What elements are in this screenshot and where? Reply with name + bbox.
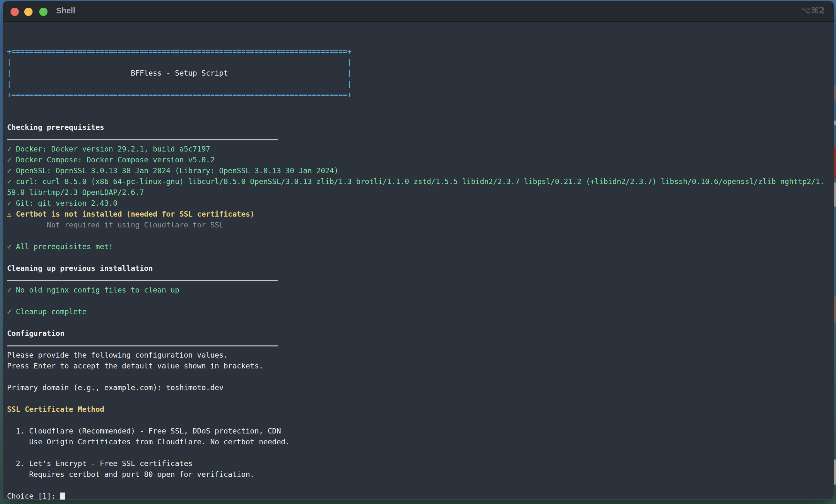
tab-shortcut-label: ⌥⌘2 — [801, 1, 825, 21]
section-heading-cleanup: Cleaning up previous installation — [7, 263, 832, 274]
blank-line — [7, 100, 832, 111]
terminal-output[interactable]: +=======================================… — [3, 22, 834, 500]
section-divider — [7, 133, 832, 143]
prereq-git: ✓ Git: git version 2.43.0 — [7, 198, 832, 209]
certbot-warning: ⚠ Certbot is not installed (needed for S… — [7, 209, 832, 219]
domain-prompt: Primary domain (e.g., example.com): tosh… — [7, 382, 832, 393]
banner-title-row: | BFFless - Setup Script | — [7, 67, 832, 78]
blank-line — [7, 415, 832, 426]
banner-border-top: +=======================================… — [7, 46, 832, 57]
banner-border-bottom: +=======================================… — [7, 89, 832, 100]
section-heading-ssl: SSL Certificate Method — [7, 404, 832, 415]
certbot-warning-note: Not required if using Cloudflare for SSL — [7, 219, 832, 230]
config-intro-2: Press Enter to accept the default value … — [7, 361, 832, 371]
close-button[interactable] — [11, 8, 19, 16]
blank-line — [7, 252, 832, 263]
prereq-curl-line2: 59.0 librtmp/2.3 OpenLDAP/2.6.7 — [7, 187, 832, 198]
desktop: { "window": { "title": "Shell", "shortcu… — [0, 0, 836, 504]
blank-line — [7, 230, 832, 241]
window-title: Shell — [56, 1, 75, 21]
section-divider — [7, 274, 832, 285]
choice-prompt-line: Choice [1]: — [7, 490, 832, 500]
window-titlebar[interactable]: Shell ⌥⌘2 — [3, 1, 834, 22]
banner-side: | | — [7, 57, 832, 67]
section-heading-prereq: Checking prerequisites — [7, 122, 832, 133]
prereq-docker-compose: ✓ Docker Compose: Docker Compose version… — [7, 154, 832, 165]
blank-line — [7, 480, 832, 490]
blank-line — [7, 295, 832, 306]
blank-line — [7, 447, 832, 458]
prereq-openssl: ✓ OpenSSL: OpenSSL 3.0.13 30 Jan 2024 (L… — [7, 165, 832, 176]
ssl-option-2-title: 2. Let's Encrypt - Free SSL certificates — [7, 458, 832, 469]
zoom-button[interactable] — [39, 8, 48, 16]
blank-line — [7, 111, 832, 122]
prereq-curl-line1: ✓ curl: curl 8.5.0 (x86_64-pc-linux-gnu)… — [7, 176, 832, 187]
blank-line — [7, 317, 832, 328]
section-divider — [7, 339, 832, 350]
banner-pipe-left: | — [7, 69, 12, 77]
banner-title: BFFless - Setup Script — [12, 69, 347, 77]
choice-prompt: Choice [1]: — [7, 492, 60, 500]
ssl-option-1-title: 1. Cloudflare (Recommended) - Free SSL, … — [7, 426, 832, 437]
ssl-option-1-desc: Use Origin Certificates from Cloudflare.… — [7, 437, 832, 447]
prereq-docker: ✓ Docker: Docker version 29.2.1, build a… — [7, 143, 832, 154]
banner-pipe-right: | — [347, 69, 352, 77]
banner-side: | | — [7, 78, 832, 89]
prereq-all-met: ✓ All prerequisites met! — [7, 241, 832, 252]
terminal-window: Shell ⌥⌘2 +=============================… — [3, 1, 834, 500]
section-heading-config: Configuration — [7, 328, 832, 339]
cleanup-no-old-config: ✓ No old nginx config files to clean up — [7, 285, 832, 295]
cleanup-complete: ✓ Cleanup complete — [7, 306, 832, 317]
blank-line — [7, 393, 832, 404]
config-intro-1: Please provide the following configurati… — [7, 350, 832, 361]
ssl-option-2-desc: Requires certbot and port 80 open for ve… — [7, 469, 832, 480]
minimize-button[interactable] — [24, 8, 33, 16]
terminal-cursor[interactable] — [60, 492, 65, 500]
blank-line — [7, 371, 832, 382]
